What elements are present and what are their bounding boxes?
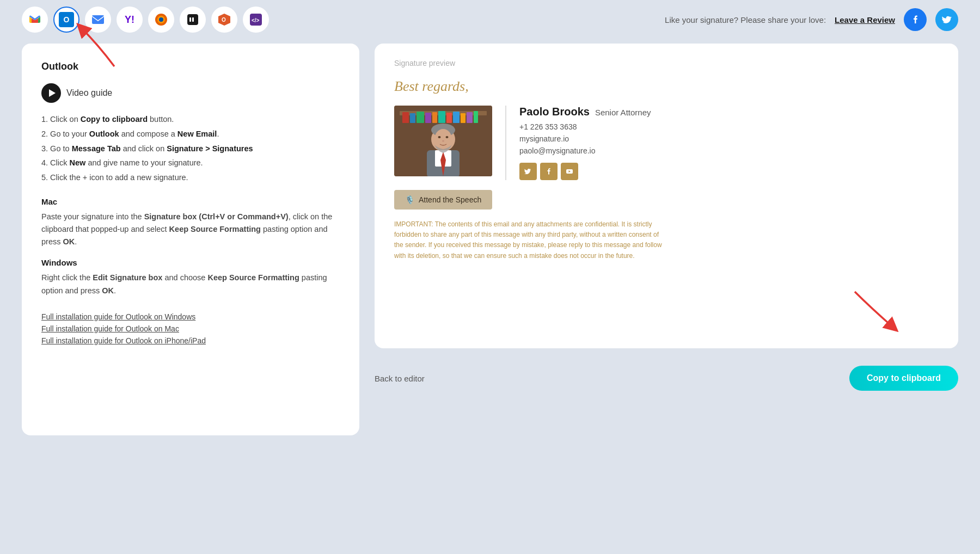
mac-body: Paste your signature into the Signature … [41,211,340,249]
svg-rect-15 [416,112,424,123]
preview-label: Signature preview [394,59,939,67]
windows-bold-2: Keep Source Formatting [207,273,299,282]
step-4: 4. Click New and give name to your signa… [41,157,340,169]
signature-preview-card: Signature preview Best regards, [375,44,958,348]
sig-social-icons [519,163,651,180]
play-button[interactable] [41,83,61,103]
step-3-bold-sig: Signature > Signatures [167,144,253,153]
svg-rect-19 [446,113,452,123]
steps-list: 1. Click on Copy to clipboard button. 2.… [41,114,340,184]
install-link-iphone[interactable]: Full installation guide for Outlook on i… [41,336,340,345]
leave-review-link[interactable]: Leave a Review [835,15,895,24]
svg-rect-13 [402,112,409,123]
svg-point-3 [159,17,163,22]
install-link-windows[interactable]: Full installation guide for Outlook on W… [41,312,340,321]
left-instructions-panel: Outlook Video guide 1. Click on Copy to … [22,44,359,435]
attend-speech-button[interactable]: Attend the Speech [394,190,492,210]
panel-title: Outlook [41,61,340,72]
step-1-bold: Copy to clipboard [81,115,148,124]
windows-bold-1: Edit Signature box [93,273,162,282]
app-icon-gmail[interactable] [22,7,48,33]
svg-text:</>: </> [252,17,260,23]
app-icon-outlook[interactable]: O [53,7,79,33]
svg-rect-0 [92,15,104,24]
install-links-section: Full installation guide for Outlook on W… [41,312,340,345]
yahoo-icon: Y! [125,14,134,26]
windows-title: Windows [41,258,340,267]
twitter-social-btn[interactable] [935,8,958,31]
sig-info: Paolo Brooks Senior Attorney +1 226 353 … [519,106,651,180]
svg-rect-18 [438,111,445,123]
app-icon-klack[interactable] [180,7,206,33]
sig-facebook-icon[interactable] [540,163,558,180]
sig-body: Paolo Brooks Senior Attorney +1 226 353 … [394,106,939,180]
app-icon-firefox[interactable] [148,7,174,33]
main-content: Outlook Video guide 1. Click on Copy to … [0,44,980,435]
video-guide-row[interactable]: Video guide [41,83,340,103]
sig-photo [394,106,492,176]
right-panel: Signature preview Best regards, [375,44,958,435]
svg-rect-16 [425,113,431,123]
mac-bold-1: Signature box (Ctrl+V or Command+V) [144,212,289,221]
sig-cta: Attend the Speech [394,190,939,210]
svg-point-30 [438,136,441,138]
sig-job-title: Senior Attorney [595,108,651,117]
svg-rect-23 [474,111,478,123]
app-icon-code[interactable]: </> [243,7,269,33]
mac-bold-2: Keep Source Formatting [169,225,261,233]
topbar: O Y! [0,0,980,39]
sig-name: Paolo Brooks [519,106,590,118]
sig-phone: +1 226 353 3638 [519,122,651,131]
svg-point-29 [434,129,452,150]
svg-point-31 [446,136,449,138]
review-prompt-text: Like your signature? Please share your l… [665,15,826,24]
mac-title: Mac [41,197,340,206]
windows-bold-3: OK [102,286,114,295]
svg-text:O: O [222,17,226,23]
bottom-bar: Back to editor Copy to clipboard [375,357,958,399]
sig-greeting: Best regards, [394,78,939,95]
outlook-inner-icon: O [59,12,74,27]
sig-twitter-icon[interactable] [519,163,537,180]
step-2-bold-email: New Email [177,130,217,138]
svg-rect-17 [432,112,437,123]
app-icon-office[interactable]: O [211,7,237,33]
svg-rect-14 [410,113,415,123]
sig-divider [505,106,506,180]
svg-rect-22 [467,112,473,123]
topbar-right: Like your signature? Please share your l… [665,8,958,31]
back-to-editor-link[interactable]: Back to editor [375,374,425,383]
sig-youtube-icon[interactable] [561,163,578,180]
step-3: 3. Go to Message Tab and click on Signat… [41,143,340,155]
sig-disclaimer: IMPORTANT: The contents of this email an… [394,219,666,261]
step-5: 5. Click the + icon to add a new signatu… [41,172,340,184]
step-2-bold-outlook: Outlook [89,130,119,138]
step-1: 1. Click on Copy to clipboard button. [41,114,340,126]
svg-rect-21 [461,113,465,123]
app-icons-bar: O Y! [22,7,269,33]
mac-bold-3: OK [63,237,75,246]
step-3-bold-tab: Message Tab [72,144,121,153]
copy-to-clipboard-button[interactable]: Copy to clipboard [849,366,958,391]
step-4-bold: New [70,158,86,167]
sig-email: paolo@mysignature.io [519,146,651,155]
video-guide-label: Video guide [66,88,112,98]
app-icon-yahoo[interactable]: Y! [117,7,143,33]
facebook-social-btn[interactable] [904,8,927,31]
install-link-mac[interactable]: Full installation guide for Outlook on M… [41,324,340,333]
step-2: 2. Go to your Outlook and compose a New … [41,128,340,140]
svg-point-32 [442,140,444,142]
sig-name-line: Paolo Brooks Senior Attorney [519,106,651,118]
svg-rect-6 [192,17,194,22]
sig-website: mysignature.io [519,134,651,143]
windows-body: Right click the Edit Signature box and c… [41,272,340,297]
svg-rect-20 [453,112,460,123]
svg-rect-5 [189,17,191,22]
app-icon-mail[interactable] [85,7,111,33]
